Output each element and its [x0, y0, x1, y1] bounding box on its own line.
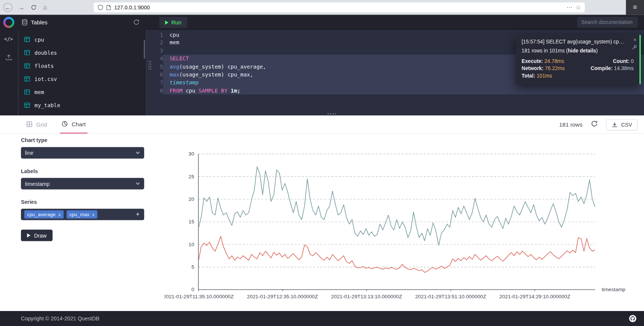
detail-left: Total: 101ms [521, 73, 590, 79]
table-row[interactable]: floats [18, 59, 145, 72]
pie-chart-icon [62, 121, 68, 127]
browser-home-button[interactable]: ⌂ [40, 3, 50, 12]
bookmark-star-icon[interactable]: ☆ [575, 4, 581, 11]
database-icon [21, 19, 28, 27]
remove-chip-icon[interactable]: x [92, 212, 94, 217]
editor-line[interactable]: 8FROM cpu SAMPLE BY 1m; [146, 87, 644, 94]
detail-left: Execute: 24.78ms [521, 58, 590, 64]
detail-left: Network: 76.22ms [521, 66, 590, 71]
series-chip[interactable]: cpu_maxx [66, 210, 97, 218]
chevron-down-icon [136, 182, 140, 185]
github-icon[interactable] [629, 315, 637, 324]
svg-text:2021-01-29T12:35:10.000000Z: 2021-01-29T12:35:10.000000Z [247, 294, 318, 299]
series-chip-label: cpu_average [27, 212, 55, 217]
import-upload-icon[interactable] [5, 54, 12, 63]
panel-drag-handle-icon[interactable] [148, 60, 152, 70]
play-icon [165, 20, 169, 24]
questdb-logo[interactable] [3, 17, 15, 28]
tab-chart[interactable]: Chart [60, 115, 88, 133]
draw-label: Draw [34, 232, 46, 238]
svg-text:timestamp: timestamp [602, 287, 626, 292]
svg-text:15: 15 [188, 219, 194, 224]
page-icon[interactable] [106, 5, 111, 10]
table-row[interactable]: my_table [18, 99, 145, 112]
series-chip-label: cpu_max [69, 212, 89, 217]
add-series-button[interactable]: + [136, 211, 141, 218]
line-chart: 0510152025302021-01-29T11:35:10.000000Z2… [164, 146, 641, 303]
labels-label: Labels [21, 168, 144, 174]
table-icon [24, 102, 30, 108]
table-name: doubles [34, 49, 57, 55]
chart-config-panel: Chart type line Labels timestamp Series … [21, 137, 144, 241]
detail-right [591, 73, 634, 79]
labels-value: timestamp [25, 181, 50, 187]
series-input[interactable]: cpu_averagexcpu_maxx + [21, 209, 144, 220]
chart-area: 0510152025302021-01-29T11:35:10.000000Z2… [164, 146, 641, 304]
console-code-icon[interactable]: </> [4, 36, 13, 42]
browser-toolbar: ← → ⌂ 127.0.0.1:9000 ⋯ ☆ ≡ [0, 0, 644, 15]
table-name: floats [34, 63, 54, 69]
labels-dropdown[interactable]: timestamp [21, 178, 144, 190]
line-number: 7 [146, 79, 163, 87]
overflow-menu-icon[interactable]: ⋯ [566, 4, 572, 11]
tab-grid[interactable]: Grid [25, 115, 49, 133]
run-label: Run [171, 19, 181, 25]
remove-chip-icon[interactable]: x [58, 212, 61, 217]
svg-text:10: 10 [188, 242, 194, 247]
tables-list: cpudoublesfloatsiot.csvmemmy_table [18, 33, 145, 112]
table-name: iot.csv [34, 76, 57, 82]
refresh-tables-button[interactable] [133, 19, 140, 27]
svg-text:30: 30 [188, 151, 194, 157]
download-icon [612, 121, 618, 127]
pin-icon[interactable] [632, 45, 637, 51]
grid-icon [26, 121, 32, 127]
rows-count: 181 rows [559, 121, 583, 128]
svg-text:0: 0 [191, 287, 194, 292]
table-row[interactable]: mem [18, 85, 145, 99]
refresh-results-button[interactable] [591, 120, 598, 129]
csv-label: CSV [621, 121, 632, 127]
table-name: cpu [34, 36, 44, 42]
run-query-button[interactable]: Run [159, 17, 187, 28]
summary-suffix: ) [596, 48, 598, 54]
series-chip[interactable]: cpu_averagex [24, 210, 64, 218]
chart-type-dropdown[interactable]: line [21, 147, 144, 159]
table-row[interactable]: iot.csv [18, 72, 145, 85]
browser-menu-button[interactable]: ≡ [626, 0, 644, 15]
copyright-text: Copyright © 2014-2021 QuestDB [21, 316, 99, 322]
tables-scrollbar[interactable] [144, 40, 145, 58]
svg-text:5: 5 [191, 264, 194, 270]
results-tabs-row: Grid Chart 181 rows CSV [0, 115, 644, 133]
series-label: Series [21, 199, 144, 205]
tab-chart-label: Chart [72, 121, 86, 127]
url-text[interactable]: 127.0.0.1:9000 [114, 4, 150, 10]
download-csv-button[interactable]: CSV [606, 119, 637, 130]
table-icon [24, 37, 30, 42]
notification-title: [15:57:54] SELECT avg(usage_system) cpu_… [521, 39, 627, 45]
table-icon [24, 63, 30, 69]
browser-forward-button[interactable]: → [16, 3, 26, 12]
table-row[interactable]: doubles [18, 46, 145, 59]
table-row[interactable]: cpu [18, 33, 145, 46]
svg-text:2021-01-29T13:51:10.000000Z: 2021-01-29T13:51:10.000000Z [415, 294, 486, 299]
app-topbar: Tables Run [0, 15, 644, 30]
results-actions: 181 rows CSV [559, 115, 638, 133]
play-icon [27, 233, 30, 238]
summary-prefix: 181 rows in 101ms ( [521, 48, 568, 54]
address-bar[interactable]: 127.0.0.1:9000 ⋯ ☆ [94, 3, 585, 12]
splitter-drag-handle-icon[interactable] [327, 113, 337, 116]
svg-text:2021-01-29T11:35:10.000000Z: 2021-01-29T11:35:10.000000Z [164, 294, 234, 299]
table-icon [24, 89, 30, 95]
tables-panel: cpudoublesfloatsiot.csvmemmy_table [18, 30, 146, 115]
hide-details-link[interactable]: hide details [568, 48, 596, 54]
shield-icon[interactable] [98, 4, 103, 10]
search-documentation-input[interactable] [577, 17, 638, 28]
series-chips: cpu_averagexcpu_maxx [24, 210, 97, 218]
close-icon[interactable]: × [633, 36, 637, 43]
svg-text:2021-01-29T14:29:10.000000Z: 2021-01-29T14:29:10.000000Z [499, 294, 570, 299]
browser-back-button[interactable]: ← [3, 3, 12, 12]
table-icon [24, 76, 30, 82]
draw-button[interactable]: Draw [21, 230, 53, 241]
browser-reload-button[interactable] [29, 3, 39, 12]
svg-text:2021-01-29T13:13:10.000000Z: 2021-01-29T13:13:10.000000Z [331, 294, 402, 299]
